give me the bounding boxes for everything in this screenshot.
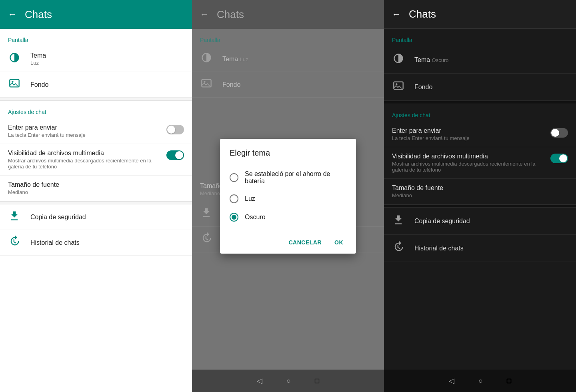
dialog-option-battery[interactable]: Se estableció por el ahorro de batería [230, 166, 346, 190]
copia-text-light: Copia de seguridad [30, 214, 86, 221]
radio-luz[interactable] [230, 194, 238, 203]
tema-title-light: Tema [30, 52, 46, 59]
copia-item-light[interactable]: Copia de seguridad [0, 204, 192, 230]
content-dark: Pantalla Tema Oscuro Fondo [384, 29, 576, 370]
tamano-title-dark: Tamaño de fuente [392, 184, 563, 192]
divider-light [0, 98, 192, 101]
enter-enviar-text-light: Enter para enviar La tecla Enter enviará… [8, 124, 166, 138]
enter-enviar-subtitle-dark: La tecla Enter enviará tu mensaje [392, 135, 546, 141]
top-bar-dark: ← Chats [384, 0, 576, 29]
visibilidad-text-dark: Visibilidad de archivos multimedia Mostr… [392, 153, 550, 173]
historial-title-light: Historial de chats [30, 239, 80, 246]
visibilidad-text-light: Visibilidad de archivos multimedia Mostr… [8, 150, 166, 170]
tamano-subtitle-light: Mediano [8, 189, 184, 195]
visibilidad-title-light: Visibilidad de archivos multimedia [8, 150, 166, 157]
radio-oscuro-inner [232, 215, 236, 220]
copia-icon-dark [392, 214, 405, 228]
divider-dark [384, 101, 576, 104]
fondo-item-dark[interactable]: Fondo [384, 74, 576, 101]
historial-icon-light [8, 236, 21, 250]
panel-light: ← Chats Pantalla Tema Luz [0, 0, 192, 392]
back-button-light[interactable]: ← [8, 9, 17, 20]
copia-text-dark: Copia de seguridad [414, 218, 470, 225]
tema-icon-dark [392, 53, 405, 67]
section-pantalla-dark: Pantalla [384, 29, 576, 46]
enter-enviar-toggle-light[interactable] [166, 125, 184, 134]
historial-item-light[interactable]: Historial de chats [0, 230, 192, 256]
dialog-cancel-button[interactable]: CANCELAR [285, 238, 325, 247]
historial-text-dark: Historial de chats [414, 245, 464, 252]
dialog-ok-button[interactable]: OK [331, 238, 346, 247]
tamano-title-light: Tamaño de fuente [8, 181, 184, 188]
enter-enviar-subtitle-light: La tecla Enter enviará tu mensaje [8, 132, 166, 138]
enter-enviar-text-dark: Enter para enviar La tecla Enter enviará… [392, 127, 550, 141]
dialog-option-luz[interactable]: Luz [230, 190, 346, 208]
back-button-dark[interactable]: ← [392, 9, 401, 20]
panel-dialog: ← Chats Pantalla Tema Luz [192, 0, 384, 392]
tamano-text-light: Tamaño de fuente Mediano [8, 181, 184, 195]
radio-oscuro[interactable] [230, 213, 238, 222]
dialog-overlay: Elegir tema Se estableció por el ahorro … [192, 0, 384, 392]
fondo-icon-light [8, 78, 21, 92]
fondo-item-light[interactable]: Fondo [0, 72, 192, 98]
content-light: Pantalla Tema Luz Fondo [0, 29, 192, 392]
tamano-item-dark[interactable]: Tamaño de fuente Mediano [384, 179, 576, 204]
tamano-item-light[interactable]: Tamaño de fuente Mediano [0, 176, 192, 201]
section-ajustes-dark: Ajustes de chat [384, 104, 576, 122]
fondo-icon-dark [392, 80, 405, 94]
visibilidad-toggle-light[interactable] [166, 150, 184, 160]
page-title-dark: Chats [409, 8, 436, 20]
fondo-text-dark: Fondo [414, 84, 432, 91]
top-bar-light: ← Chats [0, 0, 192, 29]
dialog-option-luz-label: Luz [245, 195, 255, 202]
divider2-dark [384, 204, 576, 208]
historial-title-dark: Historial de chats [414, 245, 464, 252]
tema-subtitle-dark: Oscuro [432, 57, 449, 63]
tema-text-light: Tema Luz [30, 52, 46, 66]
nav-recent-dark[interactable]: □ [507, 377, 511, 385]
copia-title-light: Copia de seguridad [30, 214, 86, 221]
page-title-light: Chats [25, 8, 52, 21]
visibilidad-item-light[interactable]: Visibilidad de archivos multimedia Mostr… [0, 144, 192, 176]
dialog-option-oscuro[interactable]: Oscuro [230, 208, 346, 226]
visibilidad-subtitle-light: Mostrar archivos multimedia descargados … [8, 158, 166, 170]
tema-title-dark: Tema [414, 56, 430, 63]
fondo-text-light: Fondo [30, 81, 48, 88]
visibilidad-item-dark[interactable]: Visibilidad de archivos multimedia Mostr… [384, 147, 576, 179]
tema-text-dark: Tema Oscuro [414, 56, 448, 64]
dialog-box: Elegir tema Se estableció por el ahorro … [220, 139, 356, 254]
nav-back-dark[interactable]: ◁ [449, 376, 454, 385]
divider2-light [0, 201, 192, 204]
panel-dark: ← Chats Pantalla Tema Oscuro [384, 0, 576, 392]
enter-enviar-item-light[interactable]: Enter para enviar La tecla Enter enviará… [0, 118, 192, 144]
tema-item-light[interactable]: Tema Luz [0, 46, 192, 72]
dialog-option-oscuro-label: Oscuro [245, 214, 266, 221]
historial-icon-dark [392, 241, 405, 255]
tamano-subtitle-dark: Mediano [392, 192, 563, 198]
historial-text-light: Historial de chats [30, 239, 80, 246]
bottom-bar-dark: ◁ ○ □ [384, 370, 576, 392]
svg-point-5 [396, 83, 398, 85]
dialog-actions: CANCELAR OK [230, 234, 346, 247]
dialog-option-battery-label: Se estableció por el ahorro de batería [245, 170, 346, 185]
copia-item-dark[interactable]: Copia de seguridad [384, 208, 576, 235]
svg-point-1 [12, 81, 14, 83]
section-ajustes-light: Ajustes de chat [0, 101, 192, 118]
tema-icon-light [8, 52, 21, 66]
tamano-text-dark: Tamaño de fuente Mediano [392, 184, 568, 198]
enter-enviar-title-dark: Enter para enviar [392, 127, 546, 134]
dialog-title: Elegir tema [230, 148, 346, 158]
visibilidad-toggle-dark[interactable] [550, 154, 568, 163]
historial-item-dark[interactable]: Historial de chats [384, 235, 576, 262]
visibilidad-subtitle-dark: Mostrar archivos multimedia descargados … [392, 161, 546, 173]
visibilidad-title-dark: Visibilidad de archivos multimedia [392, 153, 546, 160]
nav-home-dark[interactable]: ○ [478, 377, 483, 385]
radio-battery[interactable] [230, 173, 238, 182]
enter-enviar-toggle-dark[interactable] [550, 128, 568, 138]
tema-subtitle-light: Luz [30, 60, 46, 66]
copia-icon-light [8, 210, 21, 224]
enter-enviar-item-dark[interactable]: Enter para enviar La tecla Enter enviará… [384, 122, 576, 147]
tema-item-dark[interactable]: Tema Oscuro [384, 46, 576, 74]
fondo-title-dark: Fondo [414, 84, 432, 90]
enter-enviar-title-light: Enter para enviar [8, 124, 166, 131]
